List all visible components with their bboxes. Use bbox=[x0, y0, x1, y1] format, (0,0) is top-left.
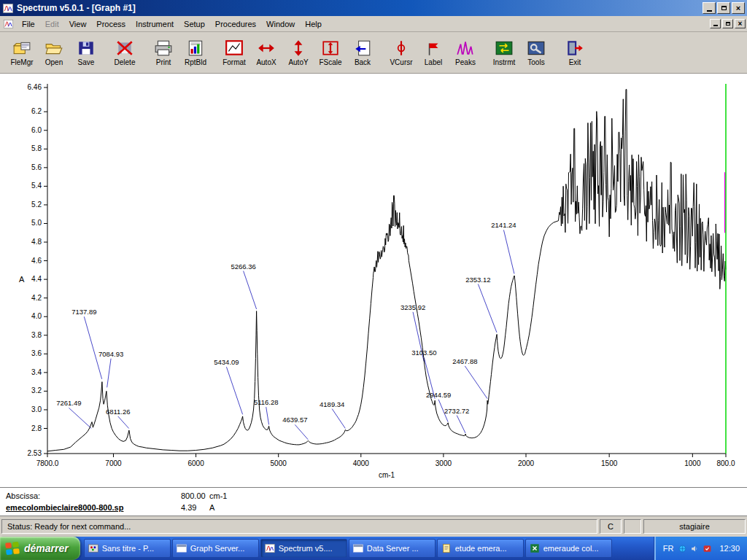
network-icon[interactable] bbox=[678, 544, 687, 553]
peak-pointer-line bbox=[478, 284, 497, 332]
peak-pointer-line bbox=[244, 271, 257, 309]
print-button[interactable]: Print bbox=[147, 34, 179, 71]
peak-pointer-line bbox=[118, 416, 129, 429]
language-indicator[interactable]: FR bbox=[663, 544, 674, 553]
close-button[interactable]: × bbox=[732, 2, 745, 14]
taskbar-task-label: Spectrum v5.... bbox=[279, 544, 333, 553]
peak-label: 5266.36 bbox=[231, 262, 255, 271]
toolbar-button-label: Instrmt bbox=[493, 58, 516, 66]
x-tick-label: 4000 bbox=[353, 459, 370, 467]
toolbar-button-label: AutoY bbox=[288, 58, 308, 66]
peak-label: 7084.93 bbox=[98, 350, 123, 358]
mdi-close-button[interactable]: × bbox=[735, 19, 746, 28]
minimize-button[interactable] bbox=[703, 2, 716, 14]
peak-pointer-line bbox=[69, 408, 91, 428]
spreadsheet-icon bbox=[529, 543, 541, 553]
taskbar-task[interactable]: etude emera... bbox=[437, 539, 524, 558]
y-tick-label: 5.6 bbox=[31, 163, 42, 171]
taskbar-task[interactable]: Spectrum v5.... bbox=[260, 539, 347, 558]
toolbar-button-label: AutoX bbox=[256, 58, 276, 66]
vcursr-button[interactable]: VCursr bbox=[385, 34, 417, 71]
exit-button[interactable]: Exit bbox=[559, 34, 591, 71]
x-tick-label: 7000 bbox=[105, 459, 122, 467]
y-tick-label: 5.0 bbox=[31, 219, 42, 227]
instrument-icon bbox=[495, 39, 514, 57]
spectrum-filename[interactable]: emecolombieclaire8000-800.sp bbox=[6, 503, 123, 512]
ordinate-value: 4.39 bbox=[181, 503, 196, 512]
menu-setup[interactable]: Setup bbox=[179, 18, 210, 30]
peak-pointer-line bbox=[503, 230, 514, 273]
graph-area: 6.466.26.05.85.65.45.25.04.84.64.44.24.0… bbox=[0, 74, 747, 487]
windows-logo-icon bbox=[5, 541, 20, 556]
label-button[interactable]: Label bbox=[417, 34, 449, 71]
autox-button[interactable]: AutoX bbox=[250, 34, 282, 71]
status-mode: C bbox=[600, 519, 622, 534]
toolbar-button-label: FScale bbox=[319, 58, 341, 66]
save-button[interactable]: Save bbox=[70, 34, 102, 71]
format-button[interactable]: Format bbox=[218, 34, 250, 71]
y-tick-label: 3.8 bbox=[31, 331, 42, 339]
info-panel: Abscissa: 800.00 cm-1 emecolombieclaire8… bbox=[0, 487, 747, 516]
spectrum-chart: 6.466.26.05.85.65.45.25.04.84.64.44.24.0… bbox=[0, 74, 747, 487]
peak-pointer-line bbox=[84, 316, 101, 379]
security-icon[interactable] bbox=[703, 544, 712, 553]
exit-icon bbox=[565, 39, 584, 57]
back-button[interactable]: Back bbox=[347, 34, 379, 71]
menu-window[interactable]: Window bbox=[261, 18, 300, 30]
mdi-restore-button[interactable] bbox=[722, 19, 733, 28]
start-button[interactable]: démarrer bbox=[0, 537, 80, 560]
peak-label: 3235.92 bbox=[400, 303, 425, 311]
tools-button[interactable]: Tools bbox=[520, 34, 552, 71]
abscissa-label: Abscissa: bbox=[6, 491, 40, 500]
y-tick-label: 5.2 bbox=[31, 201, 42, 209]
open-folder-icon bbox=[44, 39, 63, 57]
x-tick-label: 2000 bbox=[518, 459, 535, 467]
taskbar-task-label: Sans titre - P... bbox=[102, 544, 154, 553]
peak-label: 7261.49 bbox=[56, 399, 81, 407]
restore-button[interactable] bbox=[717, 2, 730, 14]
flemgr-button[interactable]: FleMgr bbox=[6, 34, 38, 71]
toolbar-separator bbox=[552, 34, 559, 71]
toolbar-button-label: Print bbox=[156, 58, 171, 66]
y-tick-label: 6.46 bbox=[28, 83, 42, 91]
taskbar-task[interactable]: emeraude col... bbox=[525, 539, 612, 558]
y-tick-label: 4.4 bbox=[31, 275, 42, 283]
graph-document-icon bbox=[3, 19, 14, 29]
open-button[interactable]: Open bbox=[38, 34, 70, 71]
y-tick-label: 3.2 bbox=[31, 386, 42, 394]
taskbar-task[interactable]: Sans titre - P... bbox=[84, 539, 171, 558]
menu-instrument[interactable]: Instrument bbox=[131, 18, 179, 30]
instrmt-button[interactable]: Instrmt bbox=[488, 34, 520, 71]
y-tick-label: 2.53 bbox=[28, 449, 42, 457]
window-icon bbox=[176, 543, 187, 553]
delete-button[interactable]: Delete bbox=[109, 34, 141, 71]
peak-pointer-line bbox=[266, 407, 269, 424]
menu-procedures[interactable]: Procedures bbox=[210, 18, 261, 30]
peak-label: 3103.50 bbox=[411, 349, 436, 357]
report-builder-icon bbox=[186, 39, 205, 57]
menu-process[interactable]: Process bbox=[91, 18, 131, 30]
peak-pointer-line bbox=[107, 359, 111, 388]
fscale-button[interactable]: FScale bbox=[314, 34, 347, 71]
volume-icon[interactable] bbox=[690, 544, 700, 553]
peak-pointer-line bbox=[226, 367, 242, 414]
toolbar-button-label: Label bbox=[425, 58, 442, 66]
rptbld-button[interactable]: RptBld bbox=[179, 34, 212, 71]
taskbar-task[interactable]: Graph Server... bbox=[172, 539, 259, 558]
menu-view[interactable]: View bbox=[64, 18, 92, 30]
paint-icon bbox=[88, 543, 99, 553]
y-tick-label: 3.4 bbox=[31, 368, 42, 376]
autoy-button[interactable]: AutoY bbox=[282, 34, 314, 71]
toolbar: FleMgrOpenSaveDeletePrintRptBldFormatAut… bbox=[0, 32, 747, 74]
peak-label: 5434.09 bbox=[214, 358, 239, 366]
x-tick-label: 1500 bbox=[601, 459, 618, 467]
mdi-minimize-button[interactable] bbox=[710, 19, 721, 28]
system-tray: FR 12:30 bbox=[654, 537, 747, 560]
taskbar-task[interactable]: Data Server ... bbox=[349, 539, 436, 558]
peaks-button[interactable]: Peaks bbox=[449, 34, 481, 71]
menu-file[interactable]: File bbox=[17, 18, 40, 30]
y-tick-label: 3.6 bbox=[31, 349, 42, 357]
x-tick-label: 1000 bbox=[684, 459, 701, 467]
peak-label: 4189.34 bbox=[320, 400, 344, 408]
menu-help[interactable]: Help bbox=[300, 18, 327, 30]
